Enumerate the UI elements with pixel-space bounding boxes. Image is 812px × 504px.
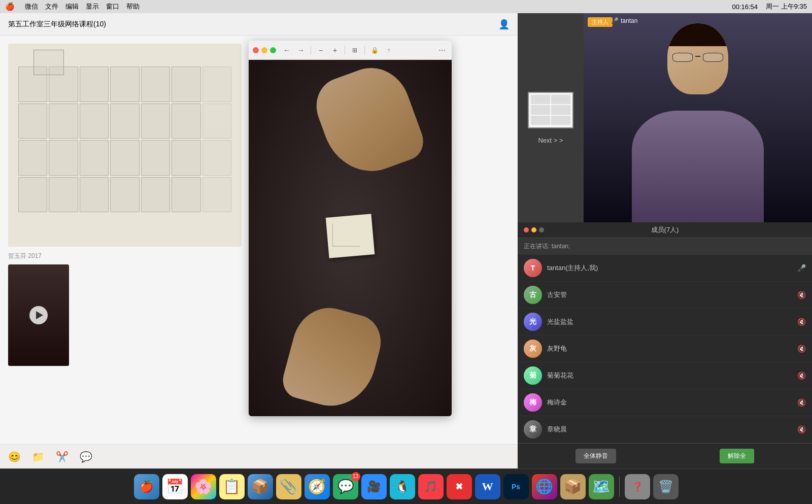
dock-xmind[interactable]: ✖ bbox=[447, 474, 472, 499]
menu-wechat[interactable]: 微信 bbox=[25, 2, 38, 11]
menu-file[interactable]: 文件 bbox=[45, 2, 58, 11]
dock-finder[interactable]: 🍎 bbox=[134, 474, 159, 499]
dock-notes[interactable]: 📋 bbox=[219, 474, 245, 499]
main-video-area: 主持人 🎤 tantan bbox=[584, 13, 812, 222]
menu-view[interactable]: 显示 bbox=[86, 2, 99, 11]
emoji-button[interactable]: 😊 bbox=[8, 451, 21, 463]
member-mic-icon: 🔇 bbox=[797, 291, 806, 299]
member-mic-icon: 🎤 bbox=[797, 264, 806, 272]
sketch-cell bbox=[80, 104, 109, 139]
dot-gray[interactable] bbox=[539, 227, 544, 232]
sketch-cell bbox=[49, 140, 78, 176]
dock-misc[interactable]: ❓ bbox=[625, 474, 650, 499]
sketch-cell bbox=[141, 104, 170, 139]
dock-archive[interactable]: 📦 bbox=[560, 474, 586, 499]
minimize-button[interactable] bbox=[261, 47, 267, 53]
avatar-text: 梅 bbox=[529, 398, 536, 407]
member-avatar: 光 bbox=[524, 313, 542, 331]
forward-button[interactable]: → bbox=[295, 45, 307, 56]
window-dots bbox=[524, 227, 544, 232]
sketch-cell bbox=[110, 66, 139, 102]
sketch-cell bbox=[18, 140, 47, 176]
dock-music[interactable]: 🎵 bbox=[418, 474, 444, 499]
chat-button[interactable]: 💬 bbox=[80, 451, 92, 463]
sketch-cell bbox=[172, 104, 200, 139]
menu-time: 00:16:54 bbox=[732, 3, 758, 11]
member-item-hui[interactable]: 灰 灰野龟 🔇 bbox=[518, 335, 812, 362]
member-item-guang[interactable]: 光 光盐盐盐 🔇 bbox=[518, 309, 812, 335]
sketch-image bbox=[8, 44, 242, 247]
member-avatar: 古 bbox=[524, 286, 542, 304]
menu-window[interactable]: 窗口 bbox=[106, 2, 119, 11]
share-button[interactable]: ↑ bbox=[383, 45, 394, 56]
dot-red[interactable] bbox=[524, 227, 529, 232]
dock-trash[interactable]: 🗑️ bbox=[653, 474, 679, 499]
sketch-cell bbox=[141, 140, 170, 176]
pdf-viewer: ← → − + ⊞ 🔒 ↑ ··· bbox=[249, 41, 452, 416]
slide-cell bbox=[531, 105, 550, 115]
close-button[interactable] bbox=[253, 47, 259, 53]
dock-photoshop[interactable]: Ps bbox=[503, 474, 529, 499]
zoom-in-button[interactable]: + bbox=[329, 45, 341, 56]
speaker-body bbox=[632, 111, 764, 222]
back-button[interactable]: ← bbox=[281, 45, 292, 56]
zoom-out-button[interactable]: − bbox=[315, 45, 326, 56]
video-thumbnail[interactable] bbox=[8, 264, 69, 366]
member-item-mei[interactable]: 梅 梅诗金 🔇 bbox=[518, 389, 812, 416]
view-button[interactable]: ⊞ bbox=[349, 45, 360, 56]
host-badge: 主持人 bbox=[588, 17, 613, 27]
menu-edit[interactable]: 编辑 bbox=[65, 2, 79, 11]
sketch-cell bbox=[49, 177, 78, 213]
glasses-bridge bbox=[695, 56, 700, 57]
profile-icon[interactable]: 👤 bbox=[498, 19, 510, 30]
release-button[interactable]: 解除全 bbox=[720, 449, 754, 463]
avatar-text: 古 bbox=[529, 290, 536, 299]
member-item-gu[interactable]: 古 古安管 🔇 bbox=[518, 282, 812, 309]
member-item-tantan[interactable]: T tantan(主持人,我) 🎤 bbox=[518, 255, 812, 282]
member-item-zhang[interactable]: 章 章晓晨 🔇 bbox=[518, 416, 812, 443]
avatar-text: 菊 bbox=[529, 371, 536, 380]
slide-cell bbox=[531, 116, 550, 125]
dock-maps[interactable]: 🗺️ bbox=[589, 474, 614, 499]
chat-toolbar: 😊 📁 ✂️ 💬 bbox=[0, 444, 518, 468]
speaker-name: tantan bbox=[621, 17, 637, 24]
lock-button[interactable]: 🔒 bbox=[369, 45, 380, 56]
dot-yellow[interactable] bbox=[531, 227, 536, 232]
dock-word[interactable]: W bbox=[475, 474, 500, 499]
dock-calendar[interactable]: 📅 bbox=[162, 474, 188, 499]
more-button[interactable]: ··· bbox=[436, 45, 448, 56]
menu-help[interactable]: 帮助 bbox=[126, 2, 140, 11]
hand-top bbox=[308, 60, 429, 184]
member-mic-icon: 🔇 bbox=[797, 345, 806, 353]
dock-qq[interactable]: 🐧 bbox=[390, 474, 415, 499]
sketch-cell bbox=[202, 140, 231, 176]
dock-clip[interactable]: 📎 bbox=[276, 474, 301, 499]
sketch-cell bbox=[172, 140, 200, 176]
next-label: Next > > bbox=[538, 137, 563, 144]
dock-wechat[interactable]: 💬 13 bbox=[333, 474, 358, 499]
dock-safari[interactable]: 🧭 bbox=[304, 474, 330, 499]
member-item-ju[interactable]: 菊 菊菊花花 🔇 bbox=[518, 362, 812, 389]
avatar-text: 光 bbox=[529, 317, 536, 326]
maximize-button[interactable] bbox=[270, 47, 276, 53]
slide-panel: Next > > bbox=[518, 13, 584, 222]
speaker-glasses-r bbox=[703, 53, 723, 62]
dock-files[interactable]: 📦 bbox=[248, 474, 273, 499]
dock-photos[interactable]: 🌸 bbox=[191, 474, 216, 499]
members-list: T tantan(主持人,我) 🎤 古 古安管 🔇 光 光盐盐 bbox=[518, 255, 812, 443]
member-avatar: T bbox=[524, 259, 542, 277]
paper-piece bbox=[326, 214, 375, 258]
play-button[interactable] bbox=[29, 306, 48, 324]
sketch-cell bbox=[110, 104, 139, 139]
apple-menu[interactable]: 🍎 bbox=[5, 2, 15, 11]
scissors-button[interactable]: ✂️ bbox=[56, 451, 69, 463]
slide-thumbnail[interactable] bbox=[528, 92, 573, 128]
sketch-grid bbox=[8, 56, 242, 247]
folder-button[interactable]: 📁 bbox=[32, 451, 45, 463]
pdf-toolbar: ← → − + ⊞ 🔒 ↑ ··· bbox=[249, 41, 452, 60]
dock-zoom[interactable]: 🎥 bbox=[361, 474, 387, 499]
sketch-cell bbox=[172, 177, 200, 213]
sketch-cell bbox=[80, 66, 109, 102]
dock-browser2[interactable]: 🌐 bbox=[532, 474, 557, 499]
mute-all-button[interactable]: 全体静音 bbox=[576, 449, 616, 463]
